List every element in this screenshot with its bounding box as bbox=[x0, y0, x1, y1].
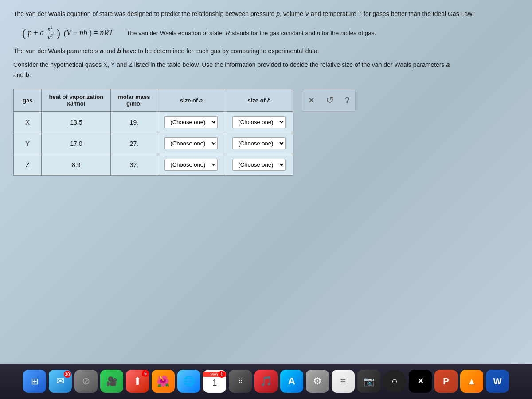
word-icon: W bbox=[493, 376, 502, 387]
eq-nrt: nRT bbox=[100, 28, 113, 38]
table-header-row: gas heat of vaporizationkJ/mol molar mas… bbox=[14, 89, 293, 112]
undo-button[interactable]: ↺ bbox=[324, 93, 336, 108]
dock-powerpoint[interactable]: P bbox=[434, 370, 458, 393]
table-row: Z 8.9 37. (Choose one) smallest middle l… bbox=[14, 154, 293, 176]
safari-icon: 🌐 bbox=[183, 376, 195, 387]
dock-facetime[interactable]: 🎥 bbox=[100, 370, 123, 393]
dock-mail[interactable]: ✉ 30 bbox=[49, 370, 72, 393]
consider-text: Consider the hypothetical gases X, Y and… bbox=[13, 60, 519, 80]
powerpoint-icon: P bbox=[443, 376, 449, 387]
dock-camera[interactable]: 📷 bbox=[357, 370, 380, 393]
dock-calendar[interactable]: MAY 1 1 bbox=[203, 370, 226, 393]
molar-z: 37. bbox=[111, 154, 157, 176]
size-a-y-select[interactable]: (Choose one) smallest middle largest bbox=[164, 137, 218, 149]
gas-y: Y bbox=[14, 133, 42, 154]
molar-y: 27. bbox=[111, 133, 157, 154]
size-b-x-select[interactable]: (Choose one) smallest middle largest bbox=[232, 116, 286, 128]
size-b-z-cell[interactable]: (Choose one) smallest middle largest bbox=[225, 154, 293, 176]
gas-x: X bbox=[14, 112, 42, 133]
main-content: The van der Waals equation of state was … bbox=[0, 0, 532, 364]
size-b-y-cell[interactable]: (Choose one) smallest middle largest bbox=[225, 133, 293, 154]
equation-row: ( p + a n2 V2 ) (V − nb ) = nRT The van … bbox=[22, 25, 519, 41]
dock-notes[interactable]: ⊘ bbox=[74, 370, 98, 393]
col-molar: molar massg/mol bbox=[111, 89, 157, 112]
calendar-day: 1 bbox=[212, 378, 217, 388]
facetime-icon: 🎥 bbox=[106, 376, 117, 387]
dots-icon: ⠿ bbox=[238, 378, 243, 385]
open-paren: ( bbox=[22, 27, 26, 39]
sysprefs-icon: ⚙ bbox=[313, 376, 322, 387]
gas-z: Z bbox=[14, 154, 42, 176]
eq-v: (V bbox=[64, 28, 71, 38]
close-paren: ) bbox=[56, 27, 60, 39]
eq-fraction: n2 V2 bbox=[47, 25, 54, 41]
heat-z: 8.9 bbox=[42, 154, 111, 176]
size-a-x-select[interactable]: (Choose one) smallest middle largest bbox=[164, 116, 218, 128]
size-b-x-cell[interactable]: (Choose one) smallest middle largest bbox=[225, 112, 293, 133]
eq-nb: nb bbox=[79, 28, 87, 38]
table-container: gas heat of vaporizationkJ/mol molar mas… bbox=[13, 89, 519, 176]
action-buttons-panel: ✕ ↺ ? bbox=[302, 89, 355, 112]
size-a-x-cell[interactable]: (Choose one) smallest middle largest bbox=[157, 112, 225, 133]
dock-photos[interactable]: 🌺 bbox=[152, 370, 175, 393]
table-row: Y 17.0 27. (Choose one) smallest middle … bbox=[14, 133, 293, 154]
dock-safari[interactable]: 🌐 bbox=[177, 370, 200, 393]
launchpad-icon: ⬆ bbox=[133, 375, 142, 387]
table-row: X 13.5 19. (Choose one) smallest middle … bbox=[14, 112, 293, 133]
dock-reminders[interactable]: ≡ bbox=[332, 370, 355, 393]
equation-description: The van der Waals equation of state. R s… bbox=[126, 30, 376, 36]
dock-launchpad[interactable]: ⬆ 6 bbox=[126, 370, 149, 393]
eq-p: p bbox=[28, 28, 32, 38]
calendar-badge: 1 bbox=[218, 371, 225, 378]
alert-icon: ▲ bbox=[467, 376, 476, 387]
eq-minus: − bbox=[73, 28, 78, 38]
eq-close2: ) bbox=[89, 28, 92, 38]
dock-appstore[interactable]: A bbox=[280, 370, 303, 393]
mail-badge: 30 bbox=[64, 371, 71, 378]
size-a-y-cell[interactable]: (Choose one) smallest middle largest bbox=[157, 133, 225, 154]
finder-icon: ⊞ bbox=[31, 376, 39, 387]
size-a-z-cell[interactable]: (Choose one) smallest middle largest bbox=[157, 154, 225, 176]
reminders-icon: ≡ bbox=[340, 376, 346, 387]
eq-equals: = bbox=[94, 28, 98, 38]
launchpad-badge: 6 bbox=[142, 370, 149, 377]
dock-music[interactable]: 🎵 bbox=[254, 370, 278, 393]
eq-denominator: V2 bbox=[47, 33, 54, 41]
x-app-icon: ✕ bbox=[417, 376, 424, 386]
photos-icon: 🌺 bbox=[156, 375, 170, 387]
col-size-a: size of a bbox=[157, 89, 225, 112]
molar-x: 19. bbox=[111, 112, 157, 133]
help-button[interactable]: ? bbox=[343, 94, 351, 107]
intro-paragraph: The van der Waals equation of state was … bbox=[13, 9, 519, 19]
size-b-y-select[interactable]: (Choose one) smallest middle largest bbox=[232, 137, 286, 149]
dock-x-app[interactable]: ✕ bbox=[409, 370, 432, 393]
dock-sysprefs[interactable]: ⚙ bbox=[306, 370, 329, 393]
col-gas: gas bbox=[14, 89, 42, 112]
mail-icon: ✉ bbox=[56, 376, 64, 387]
size-b-z-select[interactable]: (Choose one) smallest middle largest bbox=[232, 159, 286, 171]
camera-icon: 📷 bbox=[364, 376, 375, 387]
heat-y: 17.0 bbox=[42, 133, 111, 154]
close-button[interactable]: ✕ bbox=[306, 93, 317, 107]
music-icon: 🎵 bbox=[260, 376, 272, 387]
size-a-z-select[interactable]: (Choose one) smallest middle largest bbox=[164, 159, 218, 171]
dock-word[interactable]: W bbox=[486, 370, 509, 393]
col-size-b: size of b bbox=[225, 89, 293, 112]
appstore-icon: A bbox=[288, 376, 295, 387]
eq-a: a bbox=[40, 28, 44, 38]
gas-table: gas heat of vaporizationkJ/mol molar mas… bbox=[13, 89, 293, 176]
dock-circle[interactable]: ○ bbox=[383, 370, 406, 393]
dock-alert[interactable]: ▲ bbox=[460, 370, 483, 393]
eq-plus: + bbox=[34, 28, 38, 38]
dock-dots[interactable]: ⠿ bbox=[229, 370, 252, 393]
circle-icon: ○ bbox=[391, 376, 397, 387]
heat-x: 13.5 bbox=[42, 112, 111, 133]
notes-icon: ⊘ bbox=[82, 376, 90, 387]
van-der-waals-equation: ( p + a n2 V2 ) (V − nb ) = nRT bbox=[22, 25, 113, 41]
dock-finder[interactable]: ⊞ bbox=[23, 370, 46, 393]
parameters-text: The van der Waals parameters a and b hav… bbox=[13, 47, 519, 55]
col-heat: heat of vaporizationkJ/mol bbox=[42, 89, 111, 112]
eq-numerator: n2 bbox=[47, 25, 54, 33]
dock: ⊞ ✉ 30 ⊘ 🎥 ⬆ 6 🌺 🌐 MAY 1 1 ⠿ 🎵 A ⚙ bbox=[0, 364, 532, 399]
